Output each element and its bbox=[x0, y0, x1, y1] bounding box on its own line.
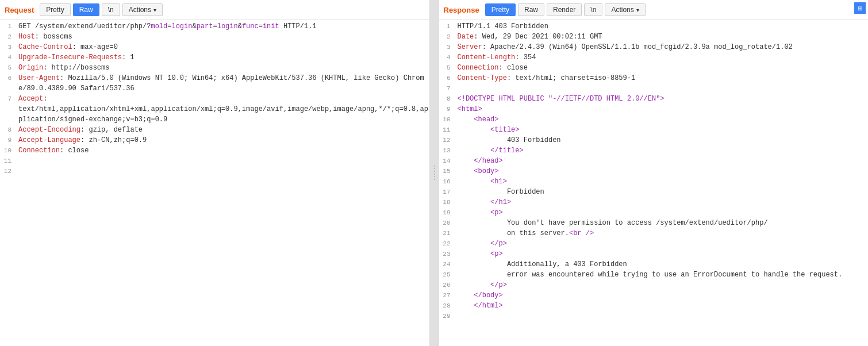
response-title: Response bbox=[444, 6, 479, 14]
table-row: 6 User-Agent: Mozilla/5.0 (Windows NT 10… bbox=[0, 73, 429, 94]
table-row: 7 bbox=[439, 83, 869, 94]
table-row: 7 Accept: bbox=[0, 94, 429, 104]
line-content: </html> bbox=[455, 301, 869, 311]
response-tab-pretty[interactable]: Pretty bbox=[485, 3, 516, 16]
table-row: 27 </body> bbox=[439, 290, 869, 301]
table-row: 15 <body> bbox=[439, 166, 869, 176]
line-number: 7 bbox=[439, 83, 455, 94]
line-number: 12 bbox=[0, 166, 16, 176]
request-tab-newline[interactable]: \n bbox=[102, 3, 120, 16]
table-row: 9 Accept-Language: zh-CN,zh;q=0.9 bbox=[0, 135, 429, 145]
line-number: 13 bbox=[439, 145, 455, 156]
response-tab-newline[interactable]: \n bbox=[584, 3, 602, 16]
table-row: 23 <p> bbox=[439, 249, 869, 259]
table-row: 8 <!DOCTYPE HTML PUBLIC "-//IETF//DTD HT… bbox=[439, 94, 869, 104]
table-row: 4 Upgrade-Insecure-Requests: 1 bbox=[0, 52, 429, 63]
line-content: Content-Length: 354 bbox=[455, 52, 869, 63]
line-content: Additionally, a 403 Forbidden bbox=[455, 259, 869, 270]
line-content: text/html,application/xhtml+xml,applicat… bbox=[16, 104, 429, 125]
line-number: 4 bbox=[0, 52, 16, 63]
line-content: 403 Forbidden bbox=[455, 135, 869, 145]
table-row: 21 on this server.<br /> bbox=[439, 228, 869, 239]
table-row: 3 Server: Apache/2.4.39 (Win64) OpenSSL/… bbox=[439, 42, 869, 52]
line-number: 21 bbox=[439, 228, 455, 239]
divider-dots: ⋮ bbox=[431, 165, 439, 173]
line-content: Origin: http://bosscms bbox=[16, 63, 429, 73]
table-row: 25 error was encountered while trying to… bbox=[439, 270, 869, 280]
table-row: 12 bbox=[0, 166, 429, 176]
line-number: 1 bbox=[439, 21, 455, 32]
line-content: Upgrade-Insecure-Requests: 1 bbox=[16, 52, 429, 63]
line-number: 12 bbox=[439, 135, 455, 145]
request-actions-button[interactable]: Actions bbox=[122, 3, 163, 16]
line-content: User-Agent: Mozilla/5.0 (Windows NT 10.0… bbox=[16, 73, 429, 94]
table-row: 10 Connection: close bbox=[0, 145, 429, 156]
table-row: 4 Content-Length: 354 bbox=[439, 52, 869, 63]
table-row: 14 </head> bbox=[439, 156, 869, 166]
line-content: Connection: close bbox=[455, 63, 869, 73]
line-content: Date: Wed, 29 Dec 2021 00:02:11 GMT bbox=[455, 32, 869, 42]
line-number: 6 bbox=[439, 73, 455, 83]
line-number: 8 bbox=[0, 125, 16, 135]
table-row: 5 Origin: http://bosscms bbox=[0, 63, 429, 73]
table-row: 24 Additionally, a 403 Forbidden bbox=[439, 259, 869, 270]
table-row: 5 Connection: close bbox=[439, 63, 869, 73]
line-content: GET /system/extend/ueditor/php/?mold=log… bbox=[16, 21, 429, 32]
line-number: 14 bbox=[439, 156, 455, 166]
table-row: 20 You don't have permission to access /… bbox=[439, 218, 869, 228]
line-content: Accept-Encoding: gzip, deflate bbox=[16, 125, 429, 135]
table-row: 2 Host: bosscms bbox=[0, 32, 429, 42]
request-code-area: 1 GET /system/extend/ueditor/php/?mold=l… bbox=[0, 20, 429, 346]
line-number: 4 bbox=[439, 52, 455, 63]
line-content: <head> bbox=[455, 114, 869, 125]
layout-toggle-button[interactable]: ⊞ bbox=[854, 2, 866, 14]
line-content: Accept-Language: zh-CN,zh;q=0.9 bbox=[16, 135, 429, 145]
line-content: Cache-Control: max-age=0 bbox=[16, 42, 429, 52]
line-number: 6 bbox=[0, 73, 16, 94]
request-panel: Request Pretty Raw \n Actions 1 GET /sys… bbox=[0, 0, 430, 346]
line-number: 9 bbox=[439, 104, 455, 114]
response-actions-button[interactable]: Actions bbox=[605, 3, 645, 16]
line-number: 11 bbox=[0, 156, 16, 166]
line-number: 3 bbox=[439, 42, 455, 52]
table-row: 2 Date: Wed, 29 Dec 2021 00:02:11 GMT bbox=[439, 32, 869, 42]
table-row: 19 <p> bbox=[439, 207, 869, 218]
request-tab-pretty[interactable]: Pretty bbox=[40, 3, 70, 16]
table-row: 6 Content-Type: text/html; charset=iso-8… bbox=[439, 73, 869, 83]
line-content: </body> bbox=[455, 290, 869, 301]
line-content bbox=[455, 83, 869, 94]
panel-divider[interactable]: ⋮ ⋮ bbox=[430, 0, 439, 346]
table-row: 22 </p> bbox=[439, 239, 869, 249]
table-row: 11 <title> bbox=[439, 125, 869, 135]
main-layout: Request Pretty Raw \n Actions 1 GET /sys… bbox=[0, 0, 868, 346]
line-content: HTTP/1.1 403 Forbidden bbox=[455, 21, 869, 32]
line-number: 28 bbox=[439, 301, 455, 311]
line-number: 10 bbox=[0, 145, 16, 156]
line-number: 3 bbox=[0, 42, 16, 52]
line-number: 29 bbox=[439, 311, 455, 321]
request-tab-raw[interactable]: Raw bbox=[73, 3, 99, 16]
response-code-area: 1 HTTP/1.1 403 Forbidden 2 Date: Wed, 29… bbox=[439, 20, 869, 346]
response-tab-raw[interactable]: Raw bbox=[518, 3, 544, 16]
line-number: 15 bbox=[439, 166, 455, 176]
line-number: 1 bbox=[0, 21, 16, 32]
table-row: 11 bbox=[0, 156, 429, 166]
divider-dots-2: ⋮ bbox=[431, 173, 439, 181]
line-content: </p> bbox=[455, 280, 869, 290]
response-header: Response Pretty Raw Render \n Actions bbox=[439, 0, 869, 20]
line-content: You don't have permission to access /sys… bbox=[455, 218, 869, 228]
table-row: 17 Forbidden bbox=[439, 187, 869, 197]
line-content: Content-Type: text/html; charset=iso-885… bbox=[455, 73, 869, 83]
line-number: 27 bbox=[439, 290, 455, 301]
table-row: 29 bbox=[439, 311, 869, 321]
line-number bbox=[0, 104, 16, 125]
line-content: </h1> bbox=[455, 197, 869, 207]
line-content: </p> bbox=[455, 239, 869, 249]
line-number: 19 bbox=[439, 207, 455, 218]
table-row: 3 Cache-Control: max-age=0 bbox=[0, 42, 429, 52]
response-tab-render[interactable]: Render bbox=[547, 3, 582, 16]
line-content: Forbidden bbox=[455, 187, 869, 197]
line-number: 10 bbox=[439, 114, 455, 125]
line-number: 2 bbox=[0, 32, 16, 42]
request-header: Request Pretty Raw \n Actions bbox=[0, 0, 429, 20]
